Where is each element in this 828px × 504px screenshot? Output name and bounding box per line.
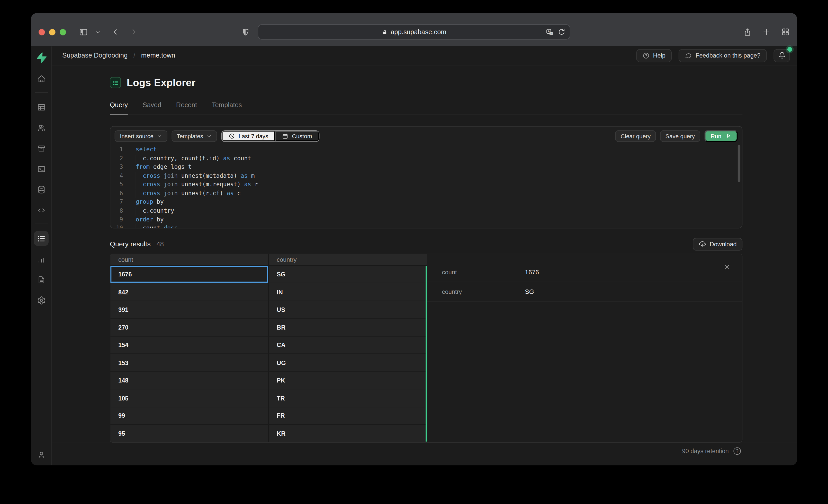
sidebar-toggle-icon[interactable] [79, 28, 88, 37]
line-number: 2 [110, 154, 128, 163]
settings-icon[interactable] [34, 293, 48, 308]
privacy-shield-icon[interactable] [241, 28, 250, 37]
feedback-bubble-icon [685, 52, 692, 59]
cell-country[interactable]: KR [269, 425, 427, 442]
tab-recent[interactable]: Recent [176, 101, 197, 114]
cell-country[interactable]: US [269, 301, 427, 318]
cell-country[interactable]: SG [269, 266, 427, 283]
storage-icon[interactable] [34, 141, 48, 155]
column-header-count[interactable]: count [110, 254, 269, 265]
insert-source-button[interactable]: Insert source [115, 130, 167, 142]
table-row[interactable]: 1676SG [110, 266, 427, 284]
table-row[interactable]: 270BR [110, 319, 427, 336]
forward-icon[interactable] [129, 28, 138, 37]
code-text: order by [128, 216, 164, 224]
detail-label: count [427, 269, 525, 275]
cell-count[interactable]: 270 [110, 319, 269, 336]
save-query-button[interactable]: Save query [660, 130, 700, 142]
table-row[interactable]: 99FR [110, 407, 427, 425]
cell-country[interactable]: FR [269, 407, 427, 424]
retention-label: 90 days retention [682, 448, 729, 454]
table-editor-icon[interactable] [34, 100, 48, 114]
retention-help-icon[interactable]: ? [733, 447, 741, 455]
feedback-label: Feedback on this page? [696, 52, 760, 59]
row-detail-panel: count1676countrySG [427, 254, 742, 442]
cell-country[interactable]: TR [269, 390, 427, 407]
breadcrumb-separator: / [133, 52, 135, 59]
cell-country[interactable]: BR [269, 319, 427, 336]
new-tab-icon[interactable] [762, 28, 771, 37]
cell-count[interactable]: 148 [110, 372, 269, 389]
line-number: 3 [110, 163, 128, 172]
docs-icon[interactable] [34, 272, 48, 287]
breadcrumb-project[interactable]: meme.town [141, 52, 175, 59]
table-row[interactable]: 391US [110, 301, 427, 319]
clear-query-button[interactable]: Clear query [615, 130, 656, 142]
cell-country[interactable]: PK [269, 372, 427, 389]
line-number: 4 [110, 172, 128, 181]
translate-icon[interactable]: A文 [545, 28, 554, 36]
tab-overview-icon[interactable] [781, 28, 790, 37]
table-row[interactable]: 153UG [110, 354, 427, 372]
cell-country[interactable]: UG [269, 354, 427, 371]
cell-count[interactable]: 154 [110, 336, 269, 354]
breadcrumb-org[interactable]: Supabase Dogfooding [62, 52, 128, 59]
browser-chrome: app.supabase.com A文 [31, 13, 797, 46]
table-row[interactable]: 95KR [110, 425, 427, 443]
cell-count[interactable]: 105 [110, 390, 269, 407]
address-bar[interactable]: app.supabase.com A文 [258, 24, 570, 40]
cell-count[interactable]: 391 [110, 301, 269, 318]
table-row[interactable]: 154CA [110, 336, 427, 354]
home-icon[interactable] [34, 71, 48, 86]
reload-icon[interactable] [558, 28, 566, 36]
cell-count[interactable]: 153 [110, 354, 269, 371]
table-row[interactable]: 105TR [110, 390, 427, 407]
cell-count[interactable]: 99 [110, 407, 269, 424]
bell-icon [778, 52, 786, 59]
code-line: 4 cross join unnest(metadata) as m [110, 172, 742, 181]
download-button[interactable]: Download [693, 238, 742, 250]
sql-editor[interactable]: 1select2 c.country, count(t.id) as count… [110, 146, 742, 228]
run-query-button[interactable]: Run [704, 130, 738, 142]
results-table-header: count country [110, 254, 427, 266]
zoom-window-button[interactable] [60, 29, 66, 36]
close-icon[interactable] [724, 264, 730, 270]
feedback-button[interactable]: Feedback on this page? [678, 49, 767, 62]
detail-label: country [427, 288, 525, 295]
sidebar-chevron-icon[interactable] [95, 30, 100, 35]
column-header-country[interactable]: country [269, 254, 427, 265]
minimize-window-button[interactable] [49, 29, 55, 36]
sql-editor-icon[interactable] [34, 161, 48, 176]
tab-templates[interactable]: Templates [212, 101, 242, 114]
templates-button[interactable]: Templates [171, 130, 217, 142]
edge-functions-icon[interactable] [34, 203, 48, 217]
table-row[interactable]: 842IN [110, 284, 427, 301]
code-text: c.country, count(t.id) as count [128, 154, 251, 163]
help-button[interactable]: Help [636, 49, 672, 62]
back-icon[interactable] [111, 28, 120, 37]
detail-value: 1676 [525, 268, 539, 276]
cell-count[interactable]: 95 [110, 425, 269, 442]
cell-count[interactable]: 1676 [110, 266, 269, 283]
cell-country[interactable]: CA [269, 336, 427, 354]
templates-label: Templates [177, 133, 203, 139]
tab-saved[interactable]: Saved [143, 101, 162, 114]
custom-range-button[interactable]: Custom [275, 131, 319, 141]
editor-scrollbar-thumb[interactable] [738, 145, 740, 182]
database-icon[interactable] [34, 182, 48, 196]
cell-country[interactable]: IN [269, 284, 427, 301]
notifications-button[interactable] [774, 49, 790, 62]
auth-icon[interactable] [34, 120, 48, 135]
tab-query[interactable]: Query [110, 101, 128, 115]
close-window-button[interactable] [39, 29, 45, 36]
logs-explorer-icon[interactable] [34, 231, 48, 245]
last-7-days-button[interactable]: Last 7 days [222, 131, 275, 141]
cell-count[interactable]: 842 [110, 284, 269, 301]
account-icon[interactable] [34, 447, 48, 462]
rail-divider [35, 224, 48, 224]
table-row[interactable]: 148PK [110, 372, 427, 390]
share-icon[interactable] [743, 28, 752, 37]
reports-icon[interactable] [34, 252, 48, 266]
line-number: 6 [110, 189, 128, 198]
supabase-logo[interactable] [36, 52, 47, 63]
